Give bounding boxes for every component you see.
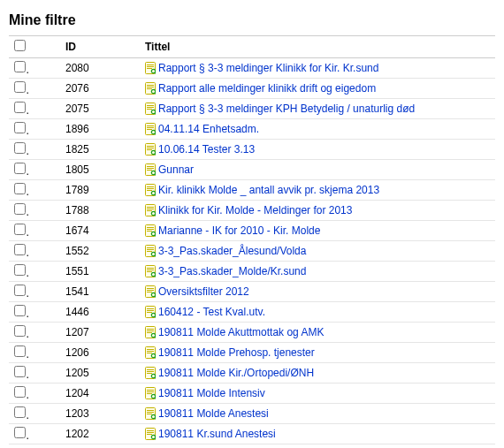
document-icon [145,224,156,237]
row-checkbox[interactable] [14,244,26,255]
row-id: 2076 [60,79,140,99]
row-title-link[interactable]: 3-3_Pas.skader_Molde/Kr.sund [158,265,306,277]
row-id: 1206 [60,343,140,363]
document-icon [145,62,156,74]
row-title-link[interactable]: 190811 Molde Intensiv [158,387,265,399]
document-icon [145,103,156,115]
select-all-checkbox[interactable] [14,40,26,51]
row-title-link[interactable]: 190811 Molde Prehosp. tjenester [158,346,315,359]
row-id: 1788 [60,201,140,221]
document-icon [145,326,156,338]
row-id: 1203 [60,404,140,424]
table-row: 2076Rapport alle meldinger klinikk drift… [9,79,495,99]
row-title-link[interactable]: Rapport § 3-3 meldinger KPH Betydelig / … [158,103,415,115]
page-title: Mine filtre [9,9,495,35]
table-row: 1205190811 Molde Kir./Ortopedi/ØNH [9,363,495,383]
document-icon [145,367,156,379]
document-icon [145,123,156,135]
document-icon [145,265,156,277]
row-id: 1551 [60,262,140,282]
row-checkbox[interactable] [14,264,26,276]
table-header-row: ID Tittel [9,36,495,58]
row-checkbox[interactable] [14,345,26,357]
table-row: 15523-3_Pas.skader_Ålesund/Volda [9,241,495,262]
row-title-link[interactable]: Oversiktsfilter 2012 [158,285,249,298]
filters-table: ID Tittel 2080Rapport § 3-3 meldinger Kl… [9,35,495,444]
table-row: 15513-3_Pas.skader_Molde/Kr.sund [9,262,495,282]
table-row: 1204190811 Molde Intensiv [9,383,495,404]
row-title-link[interactable]: Klinikk for Kir. Molde - Meldinger for 2… [158,204,352,216]
row-checkbox[interactable] [14,81,26,93]
row-id: 1207 [60,323,140,343]
document-icon [145,143,156,156]
table-row: 2080Rapport § 3-3 meldinger Klinikk for … [9,58,495,79]
document-icon [145,285,156,298]
row-checkbox[interactable] [14,325,26,337]
row-checkbox[interactable] [14,163,26,174]
table-row: 1541Oversiktsfilter 2012 [9,282,495,302]
table-row: 1805Gunnar [9,160,495,180]
row-title-link[interactable]: Kir. klinikk Molde _ antall avvik pr. sk… [158,184,379,196]
table-row: 1788Klinikk for Kir. Molde - Meldinger f… [9,201,495,221]
table-row: 1446160412 - Test Kval.utv. [9,302,495,323]
table-row: 182510.06.14 Tester 3.13 [9,140,495,160]
row-id: 1825 [60,140,140,160]
table-row: 1203190811 Molde Anestesi [9,404,495,424]
row-title-link[interactable]: 190811 Kr.sund Anestesi [158,428,276,440]
table-row: 1202190811 Kr.sund Anestesi [9,424,495,444]
row-id: 1202 [60,424,140,444]
row-id: 2080 [60,58,140,79]
document-icon [145,346,156,359]
row-title-link[interactable]: Rapport § 3-3 meldinger Klinikk for Kir.… [158,62,378,74]
row-title-link[interactable]: Rapport alle meldinger klinikk drift og … [158,82,376,95]
row-checkbox[interactable] [14,183,26,194]
row-id: 1204 [60,383,140,404]
row-checkbox[interactable] [14,142,26,154]
row-checkbox[interactable] [14,386,26,398]
row-checkbox[interactable] [14,285,26,296]
row-checkbox[interactable] [14,224,26,235]
document-icon [145,245,156,257]
document-icon [145,204,156,216]
row-id: 1789 [60,180,140,201]
row-checkbox[interactable] [14,102,26,113]
row-title-link[interactable]: Marianne - IK for 2010 - Kir. Molde [158,224,320,237]
row-title-link[interactable]: 190811 Molde Akuttmottak og AMK [158,326,324,338]
row-checkbox[interactable] [14,427,26,438]
row-id: 1674 [60,221,140,241]
row-title-link[interactable]: 190811 Molde Kir./Ortopedi/ØNH [158,367,314,379]
table-row: 189604.11.14 Enhetsadm. [9,119,495,140]
document-icon [145,407,156,420]
row-title-link[interactable]: 190811 Molde Anestesi [158,407,269,420]
table-row: 1207190811 Molde Akuttmottak og AMK [9,323,495,343]
row-id: 2075 [60,99,140,119]
row-title-link[interactable]: Gunnar [158,163,194,176]
document-icon [145,184,156,196]
row-id: 1541 [60,282,140,302]
document-icon [145,428,156,440]
row-title-link[interactable]: 04.11.14 Enhetsadm. [158,123,259,135]
document-icon [145,306,156,318]
header-id[interactable]: ID [60,36,140,58]
row-checkbox[interactable] [14,406,26,418]
row-checkbox[interactable] [14,366,26,377]
row-id: 1205 [60,363,140,383]
row-id: 1446 [60,302,140,323]
table-row: 1789Kir. klinikk Molde _ antall avvik pr… [9,180,495,201]
row-checkbox[interactable] [14,122,26,133]
row-title-link[interactable]: 3-3_Pas.skader_Ålesund/Volda [158,245,306,257]
row-title-link[interactable]: 160412 - Test Kval.utv. [158,306,265,318]
document-icon [145,82,156,95]
table-row: 2075Rapport § 3-3 meldinger KPH Betydeli… [9,99,495,119]
row-checkbox[interactable] [14,203,26,215]
row-id: 1552 [60,241,140,262]
row-id: 1896 [60,119,140,140]
row-id: 1805 [60,160,140,180]
header-title[interactable]: Tittel [140,36,495,58]
row-checkbox[interactable] [14,305,26,316]
document-icon [145,163,156,176]
table-row: 1674Marianne - IK for 2010 - Kir. Molde [9,221,495,241]
row-checkbox[interactable] [14,61,26,72]
row-title-link[interactable]: 10.06.14 Tester 3.13 [158,143,255,156]
document-icon [145,387,156,399]
